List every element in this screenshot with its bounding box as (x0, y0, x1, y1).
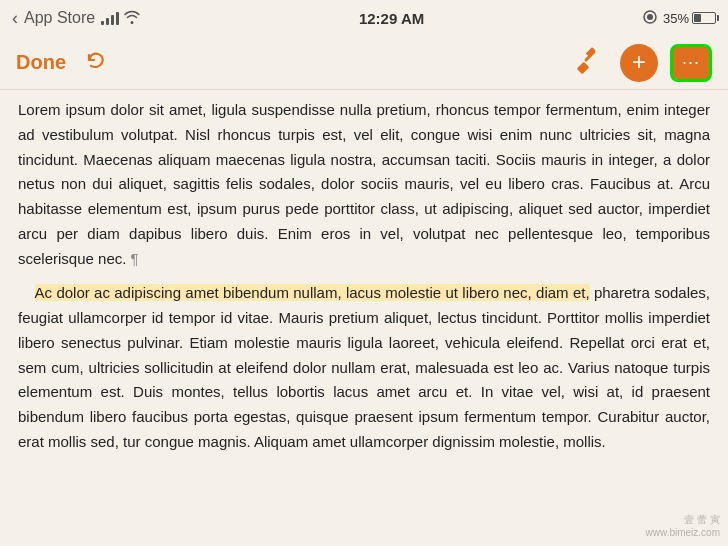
toolbar: Done + ··· (0, 36, 728, 90)
paragraph-1-text: Lorem ipsum dolor sit amet, ligula suspe… (18, 101, 710, 267)
signal-icons (101, 10, 140, 27)
markup-button[interactable] (570, 44, 608, 82)
done-button[interactable]: Done (16, 51, 66, 74)
more-button[interactable]: ··· (670, 44, 712, 82)
paragraph-2: Ac dolor ac adipiscing amet bibendum nul… (18, 281, 710, 454)
highlighted-text: Ac dolor ac adipiscing amet bibendum nul… (35, 284, 590, 301)
time-display: 12:29 AM (359, 10, 424, 27)
toolbar-right: + ··· (570, 44, 712, 82)
svg-rect-2 (577, 61, 590, 74)
status-right: 35% (643, 10, 716, 27)
screen-record-icon (643, 10, 657, 27)
status-left: ‹ App Store (12, 8, 140, 29)
add-button[interactable]: + (620, 44, 658, 82)
paragraph-mark: ¶ (126, 250, 138, 267)
status-bar: ‹ App Store 12:29 AM (0, 0, 728, 36)
battery-fill (694, 14, 701, 22)
back-arrow-icon: ‹ (12, 8, 18, 29)
content-area[interactable]: Lorem ipsum dolor sit amet, ligula suspe… (0, 90, 728, 546)
signal-bars-icon (101, 11, 119, 25)
svg-point-1 (647, 14, 653, 20)
undo-button[interactable] (82, 49, 110, 77)
battery-percentage: 35% (663, 11, 689, 26)
paragraph-1: Lorem ipsum dolor sit amet, ligula suspe… (18, 98, 710, 271)
battery-icon (692, 12, 716, 24)
carrier-label: App Store (24, 9, 95, 27)
ellipsis-icon: ··· (682, 52, 700, 73)
wifi-icon (124, 10, 140, 27)
toolbar-left: Done (16, 49, 110, 77)
document-text: Lorem ipsum dolor sit amet, ligula suspe… (18, 98, 710, 455)
plus-icon: + (632, 50, 646, 74)
battery-container: 35% (663, 11, 716, 26)
